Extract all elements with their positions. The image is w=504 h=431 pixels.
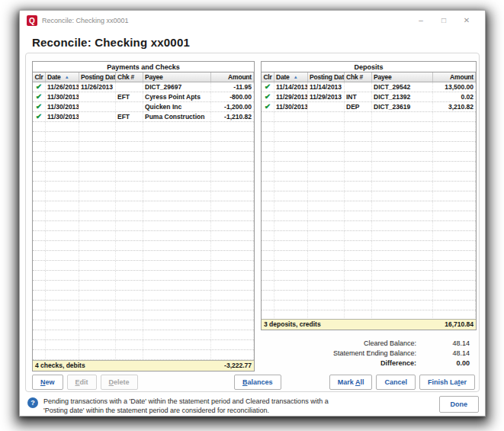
column-header-chk[interactable]: Chk # [345, 72, 372, 82]
cell-posting_date [79, 102, 116, 111]
cell-posting_date [79, 92, 116, 101]
empty-cell [433, 201, 476, 211]
cleared-balance-row: Cleared Balance: 48.14 [333, 339, 470, 349]
empty-cell [274, 251, 308, 260]
empty-cell [79, 132, 116, 141]
payments-panel-title: Payments and Checks [33, 62, 254, 72]
empty-cell [372, 241, 433, 250]
empty-cell [211, 310, 254, 320]
cell-posting_date: 11/26/2013 [79, 82, 116, 92]
table-row[interactable]: ✔11/30/2013EFTCyress Point Apts-800.00 [33, 92, 254, 102]
table-row[interactable]: ✔11/29/201311/29/2013INTDICT_213920.02 [262, 92, 476, 102]
cleared-check-icon: ✔ [36, 112, 42, 121]
empty-row [262, 231, 476, 241]
cleared-check-icon: ✔ [36, 102, 42, 111]
empty-cell [143, 162, 211, 171]
column-header-chk[interactable]: Chk # [116, 72, 143, 82]
empty-cell [143, 221, 211, 230]
balances-button[interactable]: Balances [234, 375, 281, 390]
empty-cell [33, 350, 46, 359]
empty-cell [33, 330, 46, 339]
empty-cell [46, 201, 79, 211]
empty-cell [46, 191, 79, 201]
column-header-date[interactable]: Date▲ [274, 72, 308, 82]
empty-row [33, 291, 254, 301]
empty-cell [345, 310, 372, 319]
empty-cell [308, 231, 345, 240]
column-header-posting_date[interactable]: Posting Date [308, 72, 345, 82]
empty-cell [262, 142, 274, 151]
cell-amount: 3,210.82 [433, 102, 476, 111]
empty-cell [372, 142, 433, 151]
empty-cell [143, 281, 211, 290]
empty-cell [274, 162, 308, 171]
empty-cell [33, 251, 46, 260]
empty-cell [345, 211, 372, 220]
finish-later-button[interactable]: Finish Later [419, 375, 475, 390]
cell-date: 11/14/2013 [274, 82, 308, 92]
empty-cell [79, 122, 116, 131]
empty-cell [274, 261, 308, 270]
difference-value: 0.00 [416, 359, 470, 368]
empty-row [33, 122, 254, 132]
minimize-icon[interactable]: – [409, 13, 432, 28]
empty-cell [372, 112, 433, 121]
empty-cell [46, 241, 79, 250]
mark-all-button[interactable]: Mark All [329, 375, 373, 390]
table-row[interactable]: ✔11/30/2013Quicken Inc-1,200.00 [33, 102, 254, 112]
column-header-amount[interactable]: Amount [211, 72, 254, 82]
empty-cell [79, 291, 116, 300]
empty-cell [262, 291, 274, 300]
empty-cell [143, 152, 211, 161]
empty-row [33, 132, 254, 142]
empty-cell [211, 152, 254, 161]
empty-cell [345, 172, 372, 181]
table-row[interactable]: ✔11/30/2013EFTPuma Construction-1,210.82 [33, 112, 254, 122]
empty-cell [345, 281, 372, 290]
empty-cell [46, 291, 79, 300]
empty-cell [33, 301, 46, 310]
empty-cell [143, 191, 211, 201]
new-button[interactable]: New [32, 375, 63, 390]
empty-row [262, 281, 476, 291]
payments-footer: 4 checks, debits -3,222.77 [33, 360, 254, 371]
empty-cell [79, 221, 116, 230]
maximize-icon[interactable]: □ [432, 13, 455, 28]
empty-cell [33, 172, 46, 181]
cell-clr: ✔ [262, 82, 274, 92]
empty-cell [33, 310, 46, 320]
empty-cell [46, 310, 79, 320]
edit-button[interactable]: Edit [67, 375, 97, 390]
empty-cell [433, 310, 476, 319]
empty-cell [116, 211, 143, 220]
table-row[interactable]: ✔11/26/201311/26/2013DICT_29697-11.95 [33, 82, 254, 92]
cancel-button[interactable]: Cancel [376, 375, 416, 390]
delete-button[interactable]: Delete [101, 375, 138, 390]
cell-date: 11/30/2013 [46, 92, 79, 101]
cell-amount: 13,500.00 [433, 82, 476, 92]
empty-cell [262, 152, 274, 161]
empty-cell [274, 142, 308, 151]
column-header-amount[interactable]: Amount [433, 72, 476, 82]
close-icon[interactable]: ✕ [455, 13, 478, 28]
empty-cell [308, 310, 345, 319]
column-header-payee[interactable]: Payee [143, 72, 211, 82]
column-header-payee[interactable]: Payee [372, 72, 433, 82]
table-row[interactable]: ✔11/30/2013DEPDICT_236193,210.82 [262, 102, 476, 112]
empty-row [262, 211, 476, 221]
done-button[interactable]: Done [439, 396, 480, 413]
empty-cell [274, 271, 308, 280]
empty-cell [262, 162, 274, 171]
column-header-clr[interactable]: Clr [33, 72, 46, 82]
table-row[interactable]: ✔11/14/201311/14/2013DICT_2954213,500.00 [262, 82, 476, 92]
empty-cell [433, 301, 476, 310]
column-header-date[interactable]: Date▲ [46, 72, 79, 82]
empty-cell [274, 182, 308, 191]
empty-cell [79, 261, 116, 270]
empty-cell [46, 231, 79, 240]
column-header-posting_date[interactable]: Posting Date [79, 72, 116, 82]
empty-cell [211, 211, 254, 220]
empty-cell [308, 132, 345, 141]
column-header-clr[interactable]: Clr [262, 72, 274, 82]
empty-cell [79, 191, 116, 201]
